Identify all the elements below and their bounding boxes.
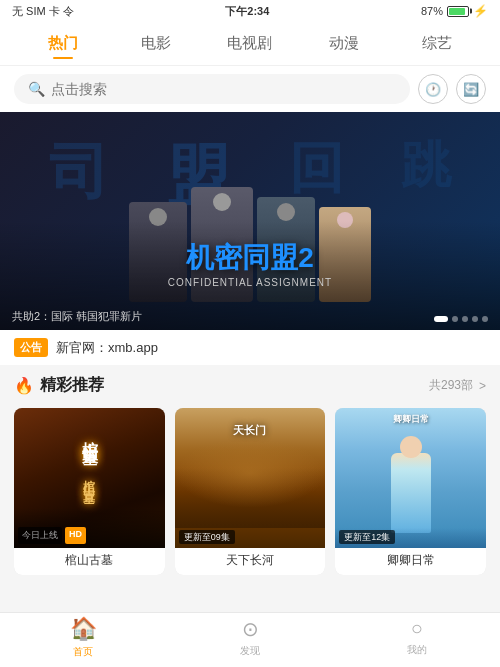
dot-2 [452, 316, 458, 322]
search-bar: 🔍 🕐 🔄 [0, 66, 500, 112]
banner[interactable]: 司 盟 回 跳 [0, 112, 500, 330]
featured-section-header: 🔥 精彩推荐 共293部 > [0, 365, 500, 402]
bottom-tab-bar: 🏠 首页 ⊙ 发现 ○ 我的 [0, 612, 500, 667]
status-bar: 无 SIM 卡 令 下午2:34 87% ⚡ [0, 0, 500, 22]
bottom-tab-profile-label: 我的 [407, 643, 427, 657]
movie-name-2: 天下长河 [175, 548, 326, 575]
bottom-tab-home[interactable]: 🏠 首页 [0, 616, 167, 665]
banner-overlay [0, 112, 500, 330]
banner-title: 机密同盟2 CONFIDENTIAL ASSIGNMENT [168, 239, 332, 288]
dot-3 [462, 316, 468, 322]
movies-grid: 棺山古墓 今日上线 HD 棺山古墓 天长门 [0, 402, 500, 585]
banner-info-text: 共助2：国际 韩国犯罪新片 [12, 309, 142, 324]
tab-variety[interactable]: 综艺 [390, 30, 484, 57]
status-battery: 87% ⚡ [421, 4, 488, 18]
status-signal: 无 SIM 卡 令 [12, 4, 74, 19]
movie-card-2[interactable]: 天长门 更新至09集 天下长河 [175, 408, 326, 575]
bottom-tab-profile[interactable]: ○ 我的 [333, 617, 500, 663]
movie-thumb-3: 卿卿日常 更新至12集 [335, 408, 486, 548]
movie1-badge-today: 今日上线 [18, 527, 62, 544]
dot-5 [482, 316, 488, 322]
movie-name-3: 卿卿日常 [335, 548, 486, 575]
featured-count[interactable]: 共293部 [429, 377, 473, 394]
arrow-right-icon[interactable]: > [479, 379, 486, 393]
banner-main-title-text: 机密同盟2 [186, 239, 314, 277]
dot-4 [472, 316, 478, 322]
main-scroll: 热门 电影 电视剧 动漫 综艺 🔍 🕐 🔄 司 盟 [0, 22, 500, 612]
nav-tabs: 热门 电影 电视剧 动漫 综艺 [0, 22, 500, 66]
discover-icon: ⊙ [242, 617, 259, 641]
featured-title: 精彩推荐 [40, 375, 423, 396]
status-time: 下午2:34 [225, 4, 269, 19]
movie-card-1[interactable]: 棺山古墓 今日上线 HD 棺山古墓 [14, 408, 165, 575]
tab-anime[interactable]: 动漫 [297, 30, 391, 57]
charging-icon: ⚡ [473, 4, 488, 18]
announcement-bar: 公告 新官网：xmb.app [0, 330, 500, 365]
announcement-text: 新官网：xmb.app [56, 339, 158, 357]
banner-sub-title: CONFIDENTIAL ASSIGNMENT [168, 277, 332, 288]
movie-card-3[interactable]: 卿卿日常 更新至12集 卿卿日常 [335, 408, 486, 575]
movie-thumb-1: 棺山古墓 今日上线 HD [14, 408, 165, 548]
search-icon: 🔍 [28, 81, 45, 97]
dot-1 [434, 316, 448, 322]
banner-info: 共助2：国际 韩国犯罪新片 [12, 309, 142, 324]
battery-percent: 87% [421, 5, 443, 17]
history-icon[interactable]: 🕐 [418, 74, 448, 104]
tab-tv[interactable]: 电视剧 [203, 30, 297, 57]
movie2-badge: 更新至09集 [179, 530, 235, 544]
home-icon: 🏠 [70, 616, 97, 642]
bottom-tab-discover[interactable]: ⊙ 发现 [167, 617, 334, 664]
banner-dots [434, 316, 488, 322]
movie-thumb-2: 天长门 更新至09集 [175, 408, 326, 548]
tab-hot[interactable]: 热门 [16, 30, 110, 57]
bottom-tab-home-label: 首页 [73, 645, 93, 659]
search-input[interactable] [51, 81, 396, 97]
refresh-icon[interactable]: 🔄 [456, 74, 486, 104]
movie3-badge: 更新至12集 [339, 530, 395, 544]
tab-movie[interactable]: 电影 [110, 30, 204, 57]
announcement-badge: 公告 [14, 338, 48, 357]
movie-name-1: 棺山古墓 [14, 548, 165, 575]
profile-icon: ○ [411, 617, 423, 640]
search-action-icons: 🕐 🔄 [418, 74, 486, 104]
search-input-wrap[interactable]: 🔍 [14, 74, 410, 104]
movie1-badge-hd: HD [65, 527, 86, 544]
battery-icon [447, 6, 469, 17]
fire-icon: 🔥 [14, 376, 34, 395]
bottom-tab-discover-label: 发现 [240, 644, 260, 658]
